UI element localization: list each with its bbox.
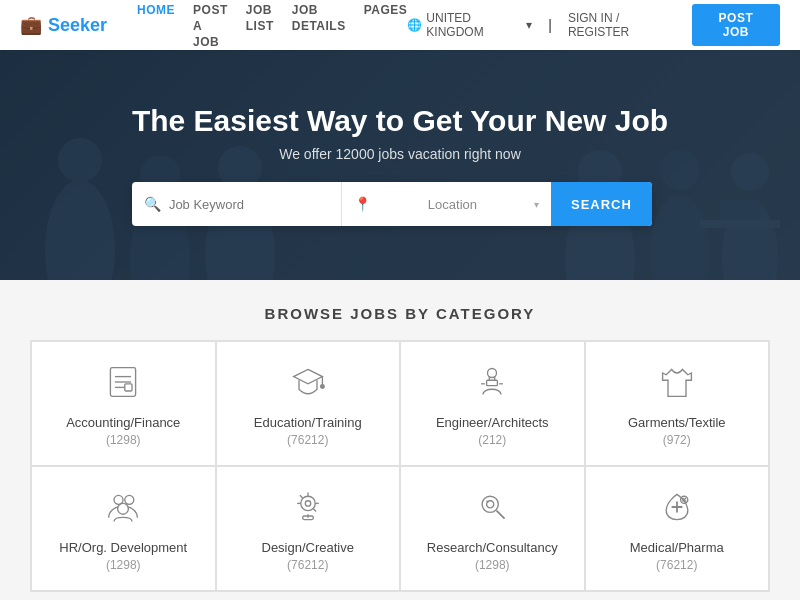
category-research[interactable]: Research/Consultancy (1298) <box>401 467 584 590</box>
category-count: (76212) <box>287 558 328 572</box>
category-count: (1298) <box>106 433 141 447</box>
dropdown-arrow-icon: ▾ <box>526 18 532 32</box>
svg-point-0 <box>45 180 115 280</box>
category-count: (972) <box>663 433 691 447</box>
chevron-down-icon: ▾ <box>534 199 539 210</box>
logo-icon: 💼 <box>20 14 42 36</box>
svg-rect-12 <box>700 220 780 228</box>
nav-item-pages[interactable]: PAGES <box>364 1 408 49</box>
category-count: (212) <box>478 433 506 447</box>
nav-item-post[interactable]: POST A JOB <box>193 1 228 49</box>
logo[interactable]: 💼 Seeker <box>20 14 107 36</box>
globe-icon: 🌐 <box>407 18 422 32</box>
category-name: Education/Training <box>254 415 362 430</box>
accounting-icon <box>105 364 141 405</box>
category-name: Research/Consultancy <box>427 540 558 555</box>
keyword-input[interactable] <box>169 197 329 212</box>
nav-menu: HOME POST A JOB JOB LIST JOB DETAILS PAG… <box>137 1 407 49</box>
svg-point-32 <box>305 501 310 506</box>
categories-title: BROWSE JOBS BY CATEGORY <box>30 305 770 322</box>
nav-item-details[interactable]: JOB DETAILS <box>292 1 346 49</box>
keyword-field: 🔍 <box>132 182 342 226</box>
location-dropdown[interactable]: 📍 Location ▾ <box>342 182 551 226</box>
post-job-button[interactable]: POST JOB <box>692 4 780 46</box>
svg-rect-23 <box>487 380 498 385</box>
category-name: Accounting/Finance <box>66 415 180 430</box>
location-icon: 📍 <box>354 196 371 212</box>
category-education[interactable]: Education/Training (76212) <box>217 342 400 465</box>
svg-point-30 <box>118 503 129 514</box>
search-bar: 🔍 📍 Location ▾ SEARCH <box>132 182 652 226</box>
category-design[interactable]: Design/Creative (76212) <box>217 467 400 590</box>
hero-section: The Easiest Way to Get Your New Job We o… <box>0 50 800 280</box>
search-button[interactable]: SEARCH <box>551 182 652 226</box>
svg-line-35 <box>497 511 505 519</box>
svg-point-34 <box>482 496 498 512</box>
category-name: Engineer/Architects <box>436 415 549 430</box>
svg-point-31 <box>301 496 315 510</box>
hero-subtitle: We offer 12000 jobs vacation right now <box>132 146 668 162</box>
country-selector[interactable]: 🌐 UNITED KINGDOM ▾ <box>407 11 532 39</box>
category-accounting[interactable]: Accounting/Finance (1298) <box>32 342 215 465</box>
nav-item-home[interactable]: HOME <box>137 1 175 49</box>
category-hr[interactable]: HR/Org. Development (1298) <box>32 467 215 590</box>
nav-item-list[interactable]: JOB LIST <box>246 1 274 49</box>
svg-point-11 <box>731 153 769 191</box>
engineer-icon <box>474 364 510 405</box>
location-label: Location <box>379 197 526 212</box>
categories-grid: Accounting/Finance (1298) Education/Trai… <box>30 340 770 592</box>
category-name: Design/Creative <box>262 540 355 555</box>
categories-section: BROWSE JOBS BY CATEGORY Accounting/Finan… <box>0 280 800 600</box>
svg-point-1 <box>58 138 102 182</box>
research-icon <box>474 489 510 530</box>
category-engineer[interactable]: Engineer/Architects (212) <box>401 342 584 465</box>
garments-icon <box>659 364 695 405</box>
category-medical[interactable]: Medical/Pharma (76212) <box>586 467 769 590</box>
divider: | <box>548 17 552 33</box>
svg-rect-18 <box>125 384 132 391</box>
hero-title: The Easiest Way to Get Your New Job <box>132 104 668 138</box>
hero-content: The Easiest Way to Get Your New Job We o… <box>132 104 668 226</box>
svg-point-29 <box>125 495 134 504</box>
svg-point-21 <box>320 385 324 389</box>
brand-name: Seeker <box>48 15 107 36</box>
category-count: (76212) <box>287 433 328 447</box>
medical-icon <box>659 489 695 530</box>
category-name: Medical/Pharma <box>630 540 724 555</box>
category-count: (76212) <box>656 558 697 572</box>
svg-marker-19 <box>293 369 322 383</box>
svg-rect-13 <box>720 200 760 220</box>
svg-point-10 <box>722 200 778 280</box>
svg-point-22 <box>488 369 497 378</box>
category-count: (1298) <box>475 558 510 572</box>
category-garments[interactable]: Garments/Textile (972) <box>586 342 769 465</box>
signin-link[interactable]: SIGN IN / REGISTER <box>568 11 676 39</box>
category-count: (1298) <box>106 558 141 572</box>
country-label: UNITED KINGDOM <box>426 11 522 39</box>
design-icon <box>290 489 326 530</box>
search-icon: 🔍 <box>144 196 161 212</box>
navbar-right: 🌐 UNITED KINGDOM ▾ | SIGN IN / REGISTER … <box>407 4 780 46</box>
category-name: Garments/Textile <box>628 415 726 430</box>
hr-icon <box>105 489 141 530</box>
category-name: HR/Org. Development <box>59 540 187 555</box>
navbar: 💼 Seeker HOME POST A JOB JOB LIST JOB DE… <box>0 0 800 50</box>
education-icon <box>290 364 326 405</box>
